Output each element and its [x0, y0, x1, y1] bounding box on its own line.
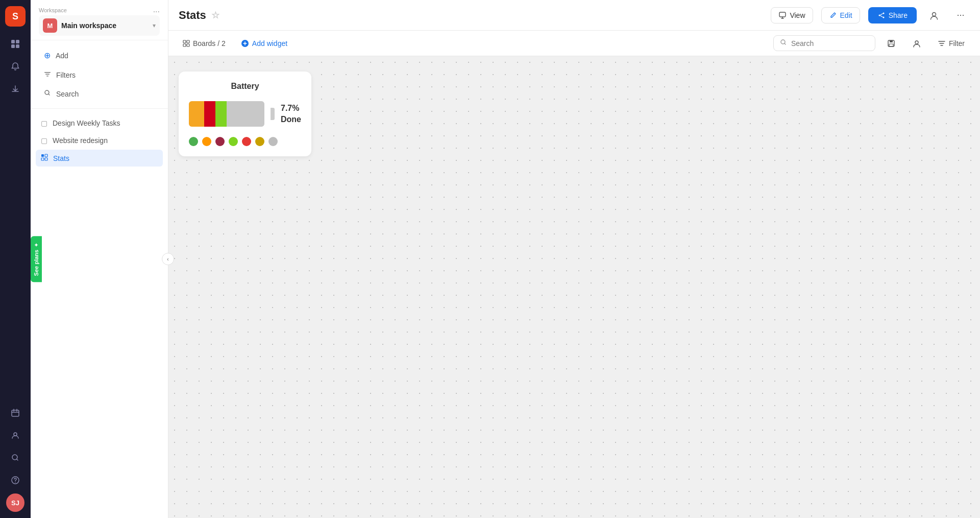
battery-dot-6: [255, 137, 264, 146]
workspace-selector[interactable]: M Main workspace ▾: [39, 15, 160, 36]
share-icon: [877, 11, 886, 19]
filter-icon: [938, 39, 946, 48]
filters-icon: [44, 70, 51, 79]
svg-rect-9: [44, 72, 51, 73]
svg-point-19: [883, 12, 884, 14]
stats-icon: [41, 154, 48, 162]
sidebar-search-btn[interactable]: Search: [39, 85, 160, 102]
boards-link[interactable]: Boards / 2: [179, 36, 230, 51]
topbar-more-btn[interactable]: ···: [951, 6, 970, 25]
battery-dot-3: [215, 137, 225, 146]
view-icon: [778, 11, 787, 19]
battery-stats: 7.7% Done: [281, 103, 301, 126]
nav-icon-help[interactable]: [6, 471, 24, 489]
svg-point-21: [933, 12, 936, 16]
search-input[interactable]: [791, 39, 869, 48]
svg-rect-15: [41, 158, 44, 160]
sidebar-item-design-weekly[interactable]: ▢ Design Weekly Tasks: [36, 115, 163, 131]
svg-rect-14: [45, 154, 47, 157]
battery-segment-green: [215, 101, 227, 127]
favorite-icon[interactable]: ☆: [211, 10, 219, 21]
svg-point-31: [915, 41, 918, 44]
svg-rect-1: [16, 40, 19, 43]
nav-bar: S: [0, 0, 31, 518]
page-title: Stats ☆: [179, 9, 219, 22]
svg-rect-13: [41, 154, 44, 157]
battery-dot-7: [268, 137, 278, 146]
workspace-label: Workspace: [39, 7, 160, 13]
battery-dot-4: [229, 137, 238, 146]
share-button[interactable]: Share: [868, 7, 917, 23]
battery-dot-1: [189, 137, 198, 146]
svg-rect-23: [187, 40, 189, 43]
battery-dot-2: [202, 137, 211, 146]
add-icon: ⊕: [44, 51, 51, 60]
battery-segment-gray: [227, 101, 264, 127]
sidebar-collapse-btn[interactable]: ‹: [162, 253, 174, 265]
battery-visual: 7.7% Done: [189, 101, 301, 127]
svg-point-18: [878, 14, 880, 16]
sidebar: Workspace M Main workspace ▾ ··· ⊕ Add F…: [31, 0, 168, 518]
search-icon: [44, 89, 51, 98]
filter-button[interactable]: Filter: [933, 36, 970, 51]
chevron-down-icon: ▾: [153, 22, 156, 29]
nav-icon-users[interactable]: [6, 426, 24, 444]
view-button[interactable]: View: [771, 7, 813, 23]
nav-icon-download[interactable]: [6, 80, 24, 98]
svg-rect-24: [183, 44, 186, 46]
nav-icon-search[interactable]: [6, 449, 24, 467]
svg-rect-2: [11, 44, 15, 48]
svg-rect-16: [45, 158, 47, 160]
battery-widget-title: Battery: [189, 82, 301, 91]
boards-icon: [183, 40, 190, 47]
battery-widget: Battery 7.7% Done: [179, 72, 311, 156]
canvas-area[interactable]: Battery 7.7% Done: [168, 56, 980, 518]
edit-icon: [829, 11, 837, 19]
app-logo[interactable]: S: [5, 6, 26, 27]
sidebar-add-btn[interactable]: ⊕ Add: [39, 46, 160, 64]
see-plans-tab[interactable]: See plans ✦: [31, 236, 42, 282]
main-content: Stats ☆ View Edit Share: [168, 0, 980, 518]
svg-rect-3: [16, 44, 19, 48]
svg-rect-4: [12, 410, 19, 416]
board-icon: ▢: [41, 136, 47, 145]
save-button[interactable]: [881, 36, 901, 51]
topbar-user-btn[interactable]: [925, 6, 943, 25]
search-icon: [780, 39, 787, 48]
sidebar-item-website-redesign[interactable]: ▢ Website redesign: [36, 132, 163, 149]
battery-tip: [271, 108, 275, 120]
sidebar-nav: ▢ Design Weekly Tasks ▢ Website redesign…: [31, 109, 168, 173]
svg-rect-0: [11, 40, 15, 43]
svg-point-8: [15, 482, 16, 483]
top-bar: Stats ☆ View Edit Share: [168, 0, 980, 31]
user-filter-btn[interactable]: [907, 36, 926, 51]
svg-rect-17: [779, 12, 786, 17]
user-icon: [912, 39, 921, 48]
secondary-bar: Boards / 2 Add widget: [168, 31, 980, 56]
battery-dots: [189, 137, 301, 146]
sidebar-item-stats[interactable]: Stats: [36, 150, 163, 167]
search-box: [773, 35, 875, 51]
sidebar-more-btn[interactable]: ···: [153, 7, 160, 16]
nav-icon-calendar[interactable]: [6, 404, 24, 422]
board-icon: ▢: [41, 119, 47, 127]
user-avatar[interactable]: SJ: [6, 493, 24, 512]
edit-button[interactable]: Edit: [821, 7, 860, 23]
svg-rect-25: [187, 44, 189, 46]
add-widget-icon: [241, 39, 249, 48]
nav-icon-bell[interactable]: [6, 57, 24, 76]
svg-point-5: [14, 433, 17, 436]
workspace-icon: M: [43, 18, 57, 33]
nav-icon-grid[interactable]: [6, 35, 24, 53]
battery-segment-orange: [189, 101, 204, 127]
svg-rect-11: [46, 76, 48, 77]
battery-segment-red: [204, 101, 215, 127]
sidebar-filters-btn[interactable]: Filters: [39, 66, 160, 83]
add-widget-button[interactable]: Add widget: [236, 36, 292, 51]
svg-point-20: [883, 16, 884, 18]
save-icon: [887, 39, 896, 48]
workspace-name: Main workspace: [61, 21, 149, 30]
sidebar-actions: ⊕ Add Filters Search: [31, 40, 168, 109]
sidebar-header: Workspace M Main workspace ▾ ···: [31, 0, 168, 40]
svg-rect-10: [45, 74, 50, 75]
